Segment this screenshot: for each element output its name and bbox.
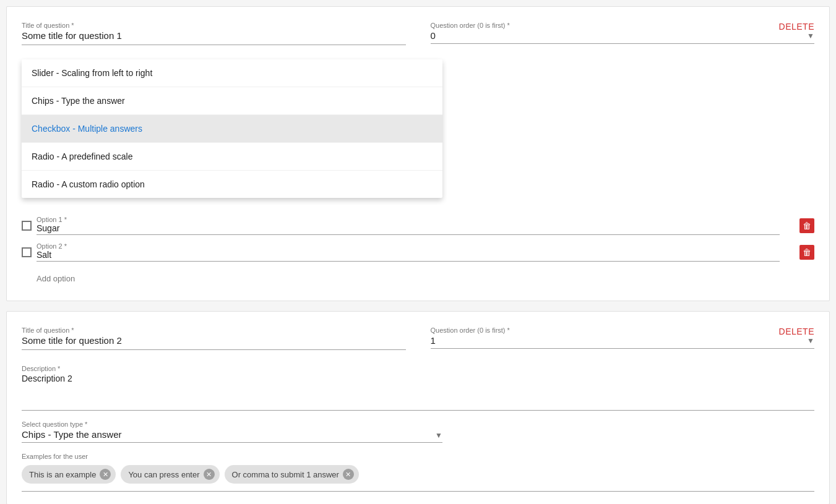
order-value-1: 0 (431, 30, 808, 41)
page-container: Title of question * Some title for quest… (0, 0, 836, 504)
chip-1: This is an example ✕ (22, 465, 116, 484)
dropdown-item-slider[interactable]: Slider - Scaling from left to right (22, 59, 442, 87)
select-type-arrow-2: ▼ (435, 431, 442, 440)
option-field-1: Option 1 * Sugar (37, 216, 780, 235)
option-value-1[interactable]: Sugar (37, 223, 780, 235)
trash-icon-2: 🗑 (803, 247, 811, 257)
question-card-2: Title of question * Some title for quest… (6, 311, 830, 504)
order-dropdown-arrow-2: ▼ (807, 336, 814, 345)
description-input-2[interactable]: Description 2 (22, 374, 814, 411)
dropdown-item-checkbox[interactable]: Checkbox - Multiple answers (22, 115, 442, 143)
option-value-2[interactable]: Salt (37, 250, 780, 262)
option-row-1: Option 1 * Sugar 🗑 (22, 216, 814, 235)
option-label-1: Option 1 * (37, 216, 780, 223)
type-dropdown-1: Slider - Scaling from left to right Chip… (22, 59, 442, 198)
delete-option-btn-2[interactable]: 🗑 (799, 245, 814, 260)
chips-label-2: Examples for the user (22, 453, 814, 460)
order-field-1: Question order (0 is first) * 0 ▼ (431, 22, 815, 45)
title-label-1: Title of question * (22, 22, 406, 29)
title-field-1: Title of question * Some title for quest… (22, 22, 406, 45)
description-field-2: Description * Description 2 (22, 365, 814, 411)
chips-section-2: Examples for the user This is an example… (22, 453, 814, 492)
dropdown-item-radio-scale[interactable]: Radio - A predefined scale (22, 143, 442, 171)
order-field-2: Question order (0 is first) * 1 ▼ (431, 327, 815, 350)
option-row-2: Option 2 * Salt 🗑 (22, 242, 814, 262)
chip-label-2: You can press enter (128, 470, 199, 479)
option-checkbox-1[interactable] (22, 221, 32, 231)
select-type-select-2[interactable]: Chips - Type the answer ▼ (22, 429, 442, 443)
chip-label-1: This is an example (29, 470, 96, 479)
order-label-2: Question order (0 is first) * (431, 327, 815, 334)
chip-close-1[interactable]: ✕ (100, 469, 111, 480)
checkbox-options-1: Option 1 * Sugar 🗑 Option 2 * Salt 🗑 (22, 216, 814, 288)
chip-3: Or comma to submit 1 answer ✕ (225, 465, 359, 484)
order-select-2[interactable]: 1 ▼ (431, 335, 815, 349)
chips-container-2: This is an example ✕ You can press enter… (22, 465, 814, 492)
delete-button-2[interactable]: Delete (779, 327, 814, 336)
title-input-2[interactable]: Some title for question 2 (22, 335, 406, 350)
chip-2: You can press enter ✕ (121, 465, 219, 484)
select-type-label-2: Select question type * (22, 421, 442, 428)
delete-option-btn-1[interactable]: 🗑 (799, 218, 814, 233)
chip-close-3[interactable]: ✕ (343, 469, 354, 480)
dropdown-item-radio-custom[interactable]: Radio - A custom radio option (22, 171, 442, 198)
title-field-2: Title of question * Some title for quest… (22, 327, 406, 350)
title-input-1[interactable]: Some title for question 1 (22, 30, 406, 45)
order-select-1[interactable]: 0 ▼ (431, 30, 815, 44)
delete-button-1[interactable]: Delete (779, 22, 814, 32)
dropdown-item-chips[interactable]: Chips - Type the answer (22, 87, 442, 115)
add-option-button[interactable]: Add option (37, 269, 814, 288)
order-label-1: Question order (0 is first) * (431, 22, 815, 29)
option-checkbox-2[interactable] (22, 247, 32, 257)
order-dropdown-arrow-1: ▼ (807, 32, 814, 40)
option-field-2: Option 2 * Salt (37, 242, 780, 262)
title-label-2: Title of question * (22, 327, 406, 334)
order-value-2: 1 (431, 335, 808, 346)
question-card-1: Title of question * Some title for quest… (6, 6, 830, 301)
option-label-2: Option 2 * (37, 242, 780, 250)
select-type-value-2: Chips - Type the answer (22, 429, 435, 440)
trash-icon-1: 🗑 (803, 221, 811, 231)
description-label-2: Description * (22, 365, 814, 372)
chip-close-2[interactable]: ✕ (204, 469, 215, 480)
chip-label-3: Or comma to submit 1 answer (232, 470, 339, 479)
select-type-field-2: Select question type * Chips - Type the … (22, 421, 442, 443)
